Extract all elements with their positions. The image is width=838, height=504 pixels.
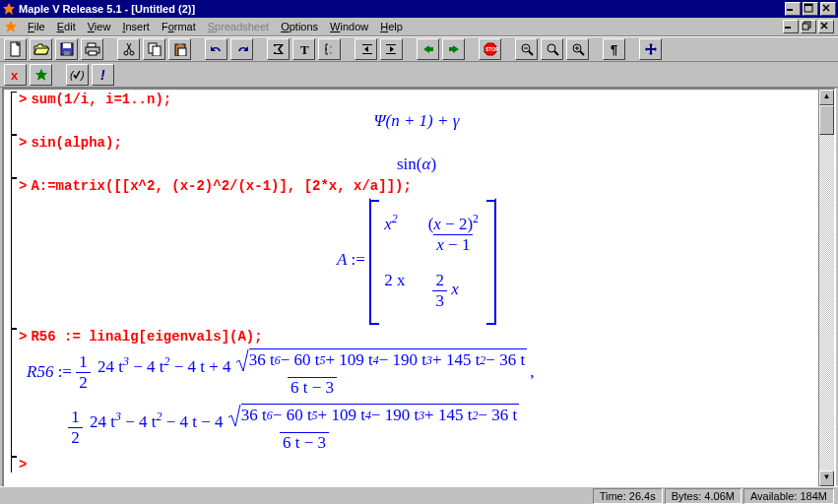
output-eigenvals: R56 := 12 24 t3 − 4 t2 − 4 t + 4 36 t6 −… xyxy=(19,345,814,457)
output-line: sin(α) xyxy=(19,151,814,178)
mdi-restore-button[interactable] xyxy=(801,20,816,33)
svg-point-32 xyxy=(548,44,555,52)
scroll-track[interactable] xyxy=(819,135,834,471)
mdi-close-button[interactable] xyxy=(818,20,834,33)
window-title: Maple V Release 5.1 - [Untitled (2)] xyxy=(19,3,785,15)
menu-insert[interactable]: Insert xyxy=(116,19,156,34)
maximize-button[interactable] xyxy=(803,2,818,16)
svg-text:T: T xyxy=(300,42,309,56)
input-line[interactable]: sum(1/i, i=1..n); xyxy=(31,92,171,107)
check-syntax-button[interactable]: () xyxy=(66,64,89,86)
toolbar-main: T ›› STOP ¶ xyxy=(0,36,838,62)
zoom-out-button[interactable] xyxy=(515,38,538,60)
svg-point-13 xyxy=(124,51,128,55)
svg-rect-10 xyxy=(88,43,96,47)
resize-window-button[interactable] xyxy=(639,38,662,60)
svg-rect-26 xyxy=(386,53,396,54)
zoom-reset-button[interactable] xyxy=(541,38,563,60)
close-button[interactable] xyxy=(820,2,836,16)
menu-window[interactable]: Window xyxy=(324,19,374,34)
svg-text:): ) xyxy=(79,69,85,81)
show-nonprint-button[interactable]: ¶ xyxy=(603,38,625,60)
svg-rect-9 xyxy=(64,51,70,55)
worksheet[interactable]: >sum(1/i, i=1..n); Ψ(n + 1) + γ >sin(alp… xyxy=(4,90,818,486)
copy-button[interactable] xyxy=(143,38,165,60)
execute-worksheet-button[interactable] xyxy=(30,64,52,86)
back-button[interactable] xyxy=(417,38,439,60)
output-matrix: A := x2 (x − 2)2 x − 1 2 x xyxy=(19,194,814,329)
menu-help[interactable]: Help xyxy=(374,19,409,34)
input-line[interactable]: R56 := linalg[eigenvals](A); xyxy=(31,329,262,345)
toolbar-context: x () ! xyxy=(0,62,838,88)
menu-options[interactable]: Options xyxy=(275,19,324,34)
app-icon xyxy=(2,2,16,16)
svg-rect-19 xyxy=(178,48,186,56)
svg-rect-18 xyxy=(178,43,182,45)
input-line[interactable]: sin(alpha); xyxy=(31,135,121,151)
svg-rect-12 xyxy=(89,51,97,55)
minimize-button[interactable] xyxy=(785,2,801,16)
menu-bar: File Edit View Insert Format Spreadsheet… xyxy=(0,18,838,36)
input-line[interactable]: A:=matrix([[x^2, (x-2)^2/(x-1)], [2*x, x… xyxy=(31,178,411,194)
menu-file[interactable]: File xyxy=(22,19,51,34)
svg-text:x: x xyxy=(11,68,19,82)
redo-button[interactable] xyxy=(230,38,253,60)
svg-rect-8 xyxy=(63,43,71,48)
status-bytes: Bytes: 4.06M xyxy=(665,488,741,504)
doc-icon xyxy=(4,20,18,33)
menu-spreadsheet: Spreadsheet xyxy=(202,19,275,34)
svg-line-35 xyxy=(580,51,584,55)
scroll-up-button[interactable]: ▲ xyxy=(819,90,834,105)
insert-text-button[interactable]: T xyxy=(292,38,315,60)
svg-text:!: ! xyxy=(100,68,105,82)
scroll-down-button[interactable]: ▼ xyxy=(819,471,834,486)
svg-text:›: › xyxy=(330,49,332,55)
status-time: Time: 26.4s xyxy=(593,488,663,504)
svg-rect-24 xyxy=(362,53,372,54)
paste-button[interactable] xyxy=(168,38,191,60)
save-button[interactable] xyxy=(55,38,78,60)
svg-rect-23 xyxy=(362,44,372,45)
prompt: > xyxy=(19,457,31,472)
svg-text:STOP: STOP xyxy=(485,46,498,52)
outdent-button[interactable] xyxy=(355,38,377,60)
svg-point-14 xyxy=(130,51,134,55)
insert-group-button[interactable]: ›› xyxy=(318,38,341,60)
svg-text:¶: ¶ xyxy=(611,42,617,56)
prompt: > xyxy=(19,329,31,345)
worksheet-frame: >sum(1/i, i=1..n); Ψ(n + 1) + γ >sin(alp… xyxy=(2,88,836,488)
menu-edit[interactable]: Edit xyxy=(51,19,82,34)
status-available: Available: 184M xyxy=(743,488,834,504)
remove-output-button[interactable]: x xyxy=(4,64,27,86)
svg-rect-0 xyxy=(787,9,793,11)
print-button[interactable] xyxy=(81,38,103,60)
svg-rect-16 xyxy=(153,46,161,56)
stop-button[interactable]: STOP xyxy=(479,38,501,60)
prompt: > xyxy=(19,135,31,151)
svg-line-30 xyxy=(529,51,533,55)
output-line: Ψ(n + 1) + γ xyxy=(19,107,814,135)
insert-math-button[interactable] xyxy=(267,38,290,60)
indent-button[interactable] xyxy=(380,38,403,60)
menu-view[interactable]: View xyxy=(82,19,117,34)
title-bar: Maple V Release 5.1 - [Untitled (2)] xyxy=(0,0,838,18)
menu-format[interactable]: Format xyxy=(156,19,202,34)
vertical-scrollbar[interactable]: ▲ ▼ xyxy=(818,90,834,486)
execute-button[interactable]: ! xyxy=(92,64,114,86)
cut-button[interactable] xyxy=(117,38,140,60)
prompt: > xyxy=(19,178,31,194)
new-file-button[interactable] xyxy=(4,38,27,60)
open-file-button[interactable] xyxy=(30,38,52,60)
status-bar: Time: 26.4s Bytes: 4.06M Available: 184M xyxy=(0,486,838,504)
zoom-in-button[interactable] xyxy=(566,38,589,60)
mdi-minimize-button[interactable] xyxy=(783,20,799,33)
scroll-thumb[interactable] xyxy=(819,105,834,135)
undo-button[interactable] xyxy=(205,38,227,60)
forward-button[interactable] xyxy=(442,38,465,60)
svg-rect-25 xyxy=(386,44,396,45)
svg-rect-3 xyxy=(785,27,791,29)
svg-line-33 xyxy=(554,51,558,55)
svg-rect-5 xyxy=(803,24,808,30)
prompt: > xyxy=(19,92,31,107)
svg-rect-2 xyxy=(805,4,812,6)
